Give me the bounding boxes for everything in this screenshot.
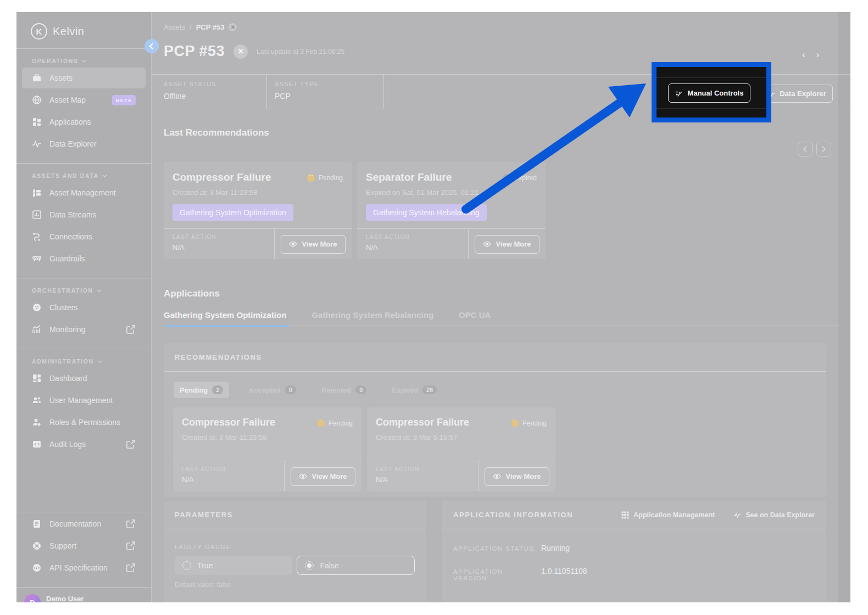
last-action-label: LAST ACTION [376, 466, 478, 472]
sidebar-item-monitoring[interactable]: Monitoring [22, 319, 146, 340]
connections-icon [32, 232, 42, 242]
sidebar-item-support[interactable]: Support [22, 535, 146, 556]
close-asset-icon[interactable]: ✕ [233, 44, 248, 59]
view-more-button[interactable]: View More [485, 467, 549, 486]
view-more-button[interactable]: View More [475, 235, 539, 254]
sidebar-item-audit-logs[interactable]: Audit Logs [22, 434, 146, 455]
divider [656, 108, 766, 109]
faulty-gauge-options: True False [175, 556, 415, 575]
application-management-link[interactable]: Application Management [621, 511, 715, 519]
filter-expired[interactable]: Expired 26 [386, 382, 443, 398]
field-label: ASSET STATUS [164, 81, 216, 87]
sidebar-item-connections[interactable]: Connections [22, 226, 146, 247]
recommendation-title: Compressor Failure [182, 417, 275, 428]
chevron-down-icon [97, 288, 102, 293]
sidebar: K Kelvin˙ OPERATIONS Assets Asset Map BE… [16, 12, 152, 602]
sidebar-section-administration[interactable]: ADMINISTRATION [32, 358, 151, 365]
external-link-icon [126, 541, 136, 551]
sidebar-section-operations[interactable]: OPERATIONS [32, 58, 151, 64]
status-badge: Expired [503, 174, 537, 182]
recommendation-card[interactable]: Separator Failure Expired Expired on Sat… [357, 162, 546, 259]
page-title: PCP #53 [164, 43, 225, 60]
divider [656, 77, 766, 78]
sidebar-item-label: Applications [49, 118, 91, 126]
view-more-button[interactable]: View More [281, 235, 346, 254]
sidebar-item-asset-map[interactable]: Asset Map BETA [22, 90, 146, 110]
user-gear-icon [32, 417, 42, 427]
guardrail-icon [32, 254, 42, 264]
application-information-panel: APPLICATION INFORMATION Application Mana… [442, 501, 826, 602]
annotation-highlight-box: Manual Controls [652, 62, 771, 122]
carousel-prev-button[interactable] [798, 142, 813, 156]
sidebar-item-asset-management[interactable]: Asset Management [22, 182, 146, 203]
sidebar-item-user-management[interactable]: User Management [22, 390, 146, 411]
breadcrumb-root[interactable]: Assets [164, 23, 185, 31]
applications-heading: Applications [164, 288, 220, 299]
created-at-text: Created at: 3 Mar 5:15:57 [376, 433, 547, 441]
tab-opc-ua[interactable]: OPC UA [459, 310, 491, 326]
card-footer: LAST ACTION N/A View More [173, 461, 361, 491]
sidebar-item-data-streams[interactable]: Data Streams [22, 204, 146, 225]
application-tabs: Gathering System Optimization Gathering … [164, 310, 842, 326]
filter-pending[interactable]: Pending 2 [174, 382, 229, 398]
radio-false[interactable]: False [297, 556, 415, 575]
asset-pager: ‹ › [802, 49, 819, 60]
info-label: APPLICATION STATUS: [453, 545, 541, 552]
radio-icon [182, 561, 191, 570]
waveform-icon [733, 511, 741, 519]
sidebar-section-orchestration[interactable]: ORCHESTRATION [32, 287, 151, 294]
manual-controls-button[interactable]: Manual Controls [668, 83, 750, 103]
recommendation-title: Separator Failure [366, 171, 452, 183]
app-logo: K Kelvin˙ [16, 12, 151, 40]
radio-true[interactable]: True [175, 556, 292, 575]
recommendation-card[interactable]: Compressor Failure Pending Created at: 3… [367, 407, 555, 491]
sidebar-item-documentation[interactable]: Documentation [22, 513, 146, 534]
eye-icon [493, 472, 501, 480]
tab-gathering-system-rebalancing[interactable]: Gathering System Rebalancing [311, 310, 433, 326]
see-on-data-explorer-link[interactable]: See on Data Explorer [733, 511, 815, 519]
code-box-icon [32, 439, 42, 449]
filter-accepted[interactable]: Accepted 0 [242, 382, 302, 398]
sidebar-item-api-specification[interactable]: API Specification [22, 557, 146, 578]
sidebar-item-applications[interactable]: Applications [22, 111, 146, 132]
sidebar-item-label: Dashboard [49, 374, 87, 383]
last-action-value: N/A [173, 243, 274, 251]
sidebar-item-guardrails[interactable]: Guardrails [22, 248, 146, 269]
application-status-row: APPLICATION STATUS: Running [453, 544, 815, 552]
sidebar-item-label: User Management [49, 396, 113, 405]
last-action-label: LAST ACTION [182, 466, 284, 472]
prev-asset-button[interactable]: ‹ [802, 49, 805, 60]
sidebar-item-label: Audit Logs [49, 440, 86, 449]
sidebar-section-assets-and-data[interactable]: ASSETS AND DATA [32, 172, 151, 179]
faulty-gauge-label: FAULTY GAUGE [175, 544, 415, 550]
sidebar-collapse-button[interactable] [144, 39, 159, 53]
sidebar-item-clusters[interactable]: Clusters [22, 297, 146, 318]
scrollbar[interactable] [838, 12, 850, 602]
divider [266, 74, 267, 109]
status-badge: Pending [307, 174, 343, 182]
eye-icon [483, 240, 491, 248]
user-profile[interactable]: D Demo User demo@kelvin.ai [16, 588, 151, 602]
view-more-button[interactable]: View More [291, 467, 355, 486]
sidebar-item-data-explorer[interactable]: Data Explorer [22, 133, 146, 154]
recommendation-card[interactable]: Compressor Failure Pending Created at: 3… [164, 162, 352, 259]
parameters-panel-title: PARAMETERS [175, 511, 233, 519]
sidebar-item-dashboard[interactable]: Dashboard [22, 368, 146, 389]
filter-rejected[interactable]: Rejected 0 [315, 382, 372, 398]
next-asset-button[interactable]: › [816, 49, 820, 60]
eye-icon [289, 240, 297, 248]
filter-count: 0 [355, 385, 366, 394]
recommendation-card[interactable]: Compressor Failure Pending Created at: 3… [173, 407, 361, 491]
application-tag: Gathering System Rebalancing [366, 204, 487, 221]
sidebar-item-label: Data Explorer [49, 139, 97, 148]
chevron-left-icon [148, 43, 155, 49]
sidebar-item-assets[interactable]: Assets [22, 68, 146, 88]
app-window: K Kelvin˙ OPERATIONS Assets Asset Map BE… [16, 12, 850, 602]
last-action-value: N/A [366, 243, 468, 251]
carousel-next-button[interactable] [816, 142, 831, 156]
close-icon[interactable]: ✕ [229, 23, 237, 31]
field-label: ASSET TYPE [275, 81, 319, 87]
parameters-panel: PARAMETERS FAULTY GAUGE True False Defau… [164, 501, 426, 602]
sidebar-item-roles-permissions[interactable]: Roles & Permissions [22, 412, 146, 433]
tab-gathering-system-optimization[interactable]: Gathering System Optimization [164, 310, 286, 326]
